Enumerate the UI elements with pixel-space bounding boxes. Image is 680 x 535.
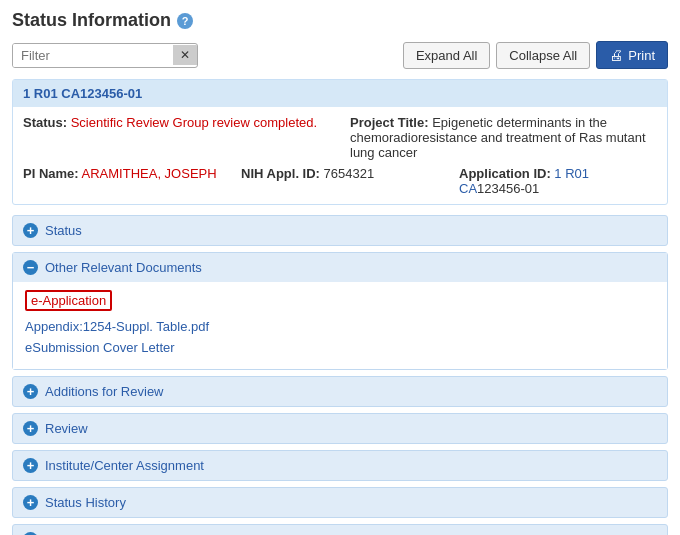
- filter-input-wrap: ✕: [12, 43, 198, 68]
- app-row-pi-id: PI Name: ARAMITHEA, JOSEPH NIH Appl. ID:…: [23, 166, 657, 196]
- section-status-label: Status: [45, 223, 82, 238]
- app-id-label: Application ID:: [459, 166, 551, 181]
- esubmission-link[interactable]: eSubmission Cover Letter: [25, 340, 655, 355]
- toolbar: ✕ Expand All Collapse All 🖨 Print: [12, 41, 668, 69]
- printer-icon: 🖨: [609, 47, 623, 63]
- app-row-status-project: Status: Scientific Review Group review c…: [23, 115, 657, 160]
- section-other-relevant-docs-content: e-Application Appendix:1254-Suppl. Table…: [13, 282, 667, 369]
- plus-icon-institute: +: [23, 458, 38, 473]
- section-institute-label: Institute/Center Assignment: [45, 458, 204, 473]
- status-field: Status: Scientific Review Group review c…: [23, 115, 330, 160]
- status-value: Scientific Review Group review completed…: [71, 115, 317, 130]
- application-body: Status: Scientific Review Group review c…: [13, 107, 667, 204]
- section-review-label: Review: [45, 421, 88, 436]
- plus-icon-additions: +: [23, 384, 38, 399]
- print-button[interactable]: 🖨 Print: [596, 41, 668, 69]
- filter-input[interactable]: [13, 44, 173, 67]
- collapse-all-button[interactable]: Collapse All: [496, 42, 590, 69]
- section-other-relevant-docs: − Other Relevant Documents e-Application…: [12, 252, 668, 370]
- expand-all-button[interactable]: Expand All: [403, 42, 490, 69]
- filter-clear-button[interactable]: ✕: [173, 45, 197, 65]
- app-id-field: Application ID: 1 R01 CA123456-01: [459, 166, 657, 196]
- section-review[interactable]: + Review: [12, 413, 668, 444]
- minus-icon-other-docs: −: [23, 260, 38, 275]
- plus-icon-status-history: +: [23, 495, 38, 510]
- app-id-middle: 123456-01: [477, 181, 539, 196]
- application-block: 1 R01 CA123456-01 Status: Scientific Rev…: [12, 79, 668, 205]
- section-status-history-label: Status History: [45, 495, 126, 510]
- nih-appl-id-value: 7654321: [324, 166, 375, 181]
- page-title: Status Information: [12, 10, 171, 31]
- status-label: Status:: [23, 115, 67, 130]
- pi-name-label: PI Name:: [23, 166, 79, 181]
- section-institute-center[interactable]: + Institute/Center Assignment: [12, 450, 668, 481]
- section-other-relevant-docs-header[interactable]: − Other Relevant Documents: [13, 253, 667, 282]
- project-title-field: Project Title: Epigenetic determinants i…: [350, 115, 657, 160]
- help-icon[interactable]: ?: [177, 13, 193, 29]
- section-status[interactable]: + Status: [12, 215, 668, 246]
- plus-icon-review: +: [23, 421, 38, 436]
- nih-appl-id-field: NIH Appl. ID: 7654321: [241, 166, 439, 196]
- appendix-link[interactable]: Appendix:1254-Suppl. Table.pdf: [25, 319, 655, 334]
- section-additions-for-review[interactable]: + Additions for Review: [12, 376, 668, 407]
- project-title-label: Project Title:: [350, 115, 429, 130]
- pi-name-value: ARAMITHEA, JOSEPH: [82, 166, 217, 181]
- section-other-relevant-docs-label: Other Relevant Documents: [45, 260, 202, 275]
- section-reference-letters[interactable]: + Reference Letter(s): [12, 524, 668, 535]
- application-id-header: 1 R01 CA123456-01: [13, 80, 667, 107]
- e-application-link[interactable]: e-Application: [25, 290, 112, 311]
- plus-icon-status: +: [23, 223, 38, 238]
- section-status-history[interactable]: + Status History: [12, 487, 668, 518]
- pi-name-field: PI Name: ARAMITHEA, JOSEPH: [23, 166, 221, 196]
- section-additions-label: Additions for Review: [45, 384, 164, 399]
- nih-appl-id-label: NIH Appl. ID:: [241, 166, 320, 181]
